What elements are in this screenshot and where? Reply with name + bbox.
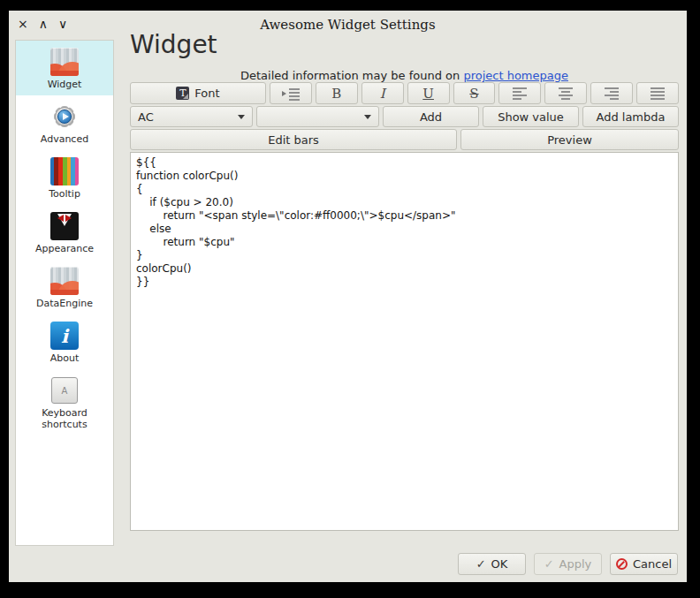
check-icon: ✓ <box>476 557 486 571</box>
ok-button-label: OK <box>491 557 508 571</box>
align-right-icon <box>605 87 619 100</box>
edit-bars-button[interactable]: Edit bars <box>130 129 457 150</box>
underline-button[interactable]: U <box>407 82 450 104</box>
italic-icon: I <box>380 86 385 102</box>
sidebar-item-label: Keyboard shortcuts <box>18 407 111 430</box>
tag-combobox-value: AC <box>138 110 154 124</box>
align-center-button[interactable] <box>544 82 587 104</box>
sidebar-item-label: Tooltip <box>49 188 80 200</box>
sidebar-item-label: Widget <box>48 79 82 90</box>
chevron-down-icon <box>364 115 371 119</box>
cancel-icon <box>616 558 628 570</box>
tag-toolbar: AC Add Show value Add lambda <box>130 106 679 127</box>
strikethrough-icon: S <box>469 86 478 102</box>
tuxedo-icon <box>50 212 79 240</box>
apply-button-label: Apply <box>559 557 592 571</box>
font-icon: T <box>176 87 189 100</box>
format-toolbar: T Font B I U S <box>130 82 679 104</box>
lambda-combobox[interactable] <box>256 106 379 127</box>
sidebar-item-about[interactable]: i About <box>16 314 113 369</box>
align-left-button[interactable] <box>498 82 541 104</box>
sidebar-item-keyboard-shortcuts[interactable]: A Keyboard shortcuts <box>16 369 113 435</box>
align-justify-icon <box>651 87 665 100</box>
page-title: Widget <box>130 30 217 59</box>
sidebar-item-dataengine[interactable]: DataEngine <box>16 260 113 314</box>
sidebar-item-advanced[interactable]: Advanced <box>16 95 113 150</box>
sidebar-item-appearance[interactable]: Appearance <box>16 205 113 260</box>
code-editor[interactable]: ${{ function colorCpu() { if ($cpu > 20.… <box>130 152 679 531</box>
indent-more-button[interactable] <box>270 82 312 104</box>
add-button[interactable]: Add <box>383 106 479 127</box>
category-sidebar: Widget Advanced Tooltip Appearance <box>15 40 114 546</box>
underline-icon: U <box>422 86 434 102</box>
chart-plasmoid-icon <box>50 48 79 76</box>
cancel-button[interactable]: Cancel <box>610 553 678 575</box>
sidebar-item-label: Appearance <box>35 243 94 254</box>
tag-combobox[interactable]: AC <box>130 106 253 127</box>
cancel-button-label: Cancel <box>633 557 672 571</box>
show-value-button[interactable]: Show value <box>483 106 579 127</box>
preview-button[interactable]: Preview <box>460 129 679 150</box>
align-center-icon <box>559 87 573 100</box>
chevron-down-icon <box>238 115 245 119</box>
indent-more-icon <box>282 88 300 99</box>
italic-button[interactable]: I <box>361 82 404 104</box>
sidebar-item-tooltip[interactable]: Tooltip <box>16 150 113 205</box>
align-right-button[interactable] <box>590 82 633 104</box>
ok-button[interactable]: ✓ OK <box>458 553 526 575</box>
settings-dialog: × ∧ ∨ Awesome Widget Settings Widget Adv… <box>9 11 687 582</box>
bold-icon: B <box>331 86 341 102</box>
chart-plasmoid-icon <box>50 267 79 295</box>
bars-toolbar: Edit bars Preview <box>130 129 679 150</box>
info-line: Detailed information may be found on pro… <box>130 69 679 82</box>
keyboard-key-icon: A <box>50 376 79 405</box>
sidebar-item-label: Advanced <box>41 133 88 145</box>
bold-button[interactable]: B <box>316 82 358 104</box>
dialog-buttons: ✓ OK ✓ Apply Cancel <box>458 553 678 575</box>
sidebar-item-label: DataEngine <box>36 298 93 309</box>
main-panel: Widget Detailed information may be found… <box>130 11 679 582</box>
info-icon: i <box>50 322 79 350</box>
font-button-label: Font <box>194 87 219 100</box>
align-left-icon <box>513 87 527 100</box>
project-homepage-link[interactable]: project homepage <box>463 69 568 82</box>
align-justify-button[interactable] <box>636 82 679 104</box>
font-button[interactable]: T Font <box>130 82 266 104</box>
gear-run-icon <box>50 102 79 131</box>
sidebar-item-widget[interactable]: Widget <box>16 41 113 95</box>
color-stripes-icon <box>50 157 79 185</box>
info-text: Detailed information may be found on <box>240 69 463 82</box>
check-icon: ✓ <box>544 557 554 571</box>
apply-button[interactable]: ✓ Apply <box>534 553 602 575</box>
sidebar-item-label: About <box>50 352 80 364</box>
strikethrough-button[interactable]: S <box>453 82 496 104</box>
add-lambda-button[interactable]: Add lambda <box>582 106 679 127</box>
